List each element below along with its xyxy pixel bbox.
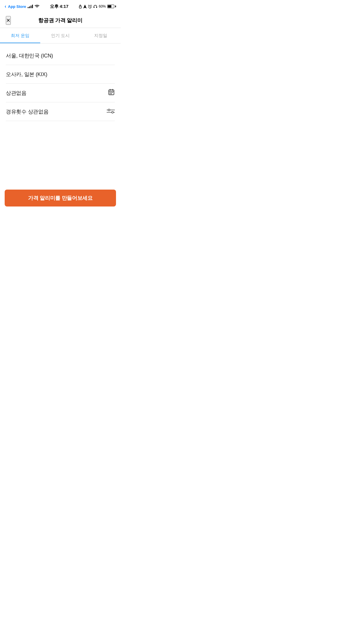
svg-point-13 [112, 111, 113, 113]
stops-row[interactable]: 경유횟수 상관없음 [6, 102, 115, 121]
svg-rect-8 [110, 93, 110, 94]
stops-label: 경유횟수 상관없음 [6, 108, 48, 115]
destination-label: 오사카, 일본 (KIX) [6, 71, 47, 78]
lock-icon [79, 5, 82, 8]
carrier-label: App Store [8, 4, 26, 9]
status-right: 60% [79, 4, 116, 8]
date-row[interactable]: 상관없음 [6, 84, 115, 102]
svg-rect-3 [96, 7, 97, 8]
date-label: 상관없음 [6, 90, 27, 97]
svg-rect-2 [94, 7, 94, 8]
signal-icon [28, 5, 33, 8]
page-title: 항공권 가격 알리미 [38, 17, 82, 24]
calendar-icon [108, 89, 115, 97]
close-button[interactable]: × [6, 16, 11, 25]
status-bar: ‹ App Store 오후 4:17 [0, 0, 121, 13]
battery-percent: 60% [99, 4, 106, 8]
svg-rect-9 [111, 93, 112, 94]
slider-icon [107, 108, 115, 115]
back-chevron-icon: ‹ [5, 4, 6, 9]
origin-row[interactable]: 서울, 대한민국 (ICN) [6, 46, 115, 65]
nav-bar: × 항공권 가격 알리미 [0, 13, 121, 28]
svg-rect-0 [79, 6, 81, 8]
destination-row[interactable]: 오사카, 일본 (KIX) [6, 65, 115, 84]
svg-rect-7 [112, 92, 113, 93]
alarm-icon [88, 5, 92, 8]
origin-label: 서울, 대한민국 (ICN) [6, 52, 53, 59]
create-alert-button[interactable]: 가격 알리미를 만들어보세요 [5, 190, 116, 206]
svg-rect-5 [110, 92, 110, 93]
svg-rect-6 [111, 92, 112, 93]
tab-specific-date[interactable]: 지정일 [80, 28, 121, 43]
battery-icon [107, 5, 116, 8]
headphones-icon [93, 5, 97, 8]
tab-bar: 최저 운임 인기 도시 지정일 [0, 28, 121, 43]
tab-lowest-fare[interactable]: 최저 운임 [0, 28, 40, 43]
form-section: 서울, 대한민국 (ICN) 오사카, 일본 (KIX) 상관없음 경유횟수 상… [0, 46, 121, 121]
bottom-button-wrapper: 가격 알리미를 만들어보세요 [0, 186, 121, 215]
wifi-icon [35, 5, 39, 8]
tab-popular-cities[interactable]: 인기 도시 [40, 28, 80, 43]
location-icon [83, 5, 87, 8]
status-left: ‹ App Store [5, 4, 39, 9]
svg-point-12 [108, 109, 110, 111]
status-time: 오후 4:17 [50, 4, 68, 9]
